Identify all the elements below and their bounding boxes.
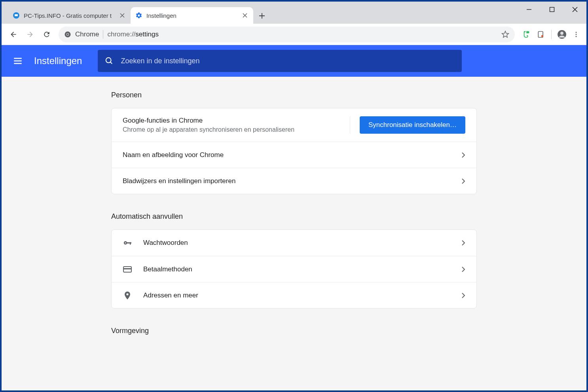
settings-content: Personen Google-functies in Chrome Chrom… [111,77,477,360]
maximize-button[interactable] [541,2,563,17]
settings-search-bar[interactable] [98,50,462,72]
enable-sync-button[interactable]: Synchronisatie inschakelen… [360,116,465,134]
minimize-button[interactable] [518,2,541,17]
chevron-right-icon [461,267,465,272]
window-controls [518,2,586,17]
page-title: Instellingen [34,55,82,66]
row-label: Naam en afbeelding voor Chrome [123,151,461,159]
google-features-sub: Chrome op al je apparaten synchroniseren… [123,126,340,133]
svg-point-12 [576,36,577,37]
bookmark-star-icon[interactable] [501,30,509,38]
extension-icon[interactable] [535,28,547,41]
google-features-title: Google-functies in Chrome [123,117,340,125]
google-features-row: Google-functies in Chrome Chrome op al j… [112,108,476,142]
omnibox-url: chrome://settings [107,30,158,38]
omnibox[interactable]: Chrome chrome://settings [59,27,515,42]
tab-pctips[interactable]: PC-Tips.INFO - Gratis computer t [8,7,131,24]
pctips-favicon-icon [13,12,20,19]
divider [103,30,103,39]
row-label: Wachtwoorden [143,239,461,247]
row-passwords[interactable]: Wachtwoorden [112,230,476,256]
back-button[interactable] [6,27,21,42]
row-label: Adressen en meer [143,292,461,299]
row-name-and-image[interactable]: Naam en afbeelding voor Chrome [112,142,476,168]
svg-point-11 [576,34,577,35]
close-icon[interactable] [241,12,248,19]
key-icon [123,238,143,248]
settings-header: Instellingen [2,45,586,77]
section-title-personen: Personen [111,91,477,99]
close-icon[interactable] [119,12,126,19]
card-autofill: Wachtwoorden Betaalmethoden Adressen en … [111,229,477,309]
svg-rect-17 [130,242,131,245]
menu-dots-icon[interactable] [570,28,582,41]
settings-search-input[interactable] [121,57,455,65]
chevron-right-icon [461,240,465,246]
svg-point-13 [106,58,111,63]
chrome-icon [64,31,71,38]
row-label: Betaalmethoden [143,265,461,273]
evernote-extension-icon[interactable] [520,28,533,41]
section-title-appearance: Vormgeving [111,327,477,335]
omnibox-label: Chrome [75,30,99,38]
row-addresses[interactable]: Adressen en meer [112,282,476,308]
tab-strip: PC-Tips.INFO - Gratis computer t Instell… [2,2,586,24]
extension-icons [520,28,582,41]
credit-card-icon [123,265,143,274]
card-personen: Google-functies in Chrome Chrome op al j… [111,108,477,194]
forward-button[interactable] [22,27,38,42]
chevron-right-icon [461,293,465,298]
tab-title: PC-Tips.INFO - Gratis computer t [24,12,119,19]
divider [551,30,552,39]
svg-rect-2 [550,8,554,12]
gear-icon [135,12,142,19]
svg-point-9 [560,32,563,35]
svg-point-15 [125,242,126,243]
svg-rect-1 [15,14,18,16]
row-import-bookmarks[interactable]: Bladwijzers en instellingen importeren [112,168,476,194]
svg-rect-19 [123,268,131,269]
chevron-right-icon [461,152,465,158]
reload-button[interactable] [39,27,55,42]
close-window-button[interactable] [563,2,586,17]
svg-point-10 [576,32,577,33]
divider [350,116,350,134]
svg-point-5 [67,33,69,35]
svg-point-7 [541,35,543,37]
new-tab-button[interactable] [256,9,268,22]
row-label: Bladwijzers en instellingen importeren [123,177,461,185]
row-payment-methods[interactable]: Betaalmethoden [112,256,476,282]
content-scroll[interactable]: Personen Google-functies in Chrome Chrom… [2,77,586,390]
search-icon [105,57,114,65]
profile-avatar-icon[interactable] [556,28,568,41]
hamburger-menu-icon[interactable] [13,56,24,66]
svg-point-20 [126,293,128,295]
tab-title: Instellingen [146,12,241,19]
browser-toolbar: Chrome chrome://settings [2,24,586,45]
location-pin-icon [123,291,143,300]
tab-settings[interactable]: Instellingen [131,7,253,24]
chevron-right-icon [461,178,465,184]
section-title-autofill: Automatisch aanvullen [111,212,477,221]
